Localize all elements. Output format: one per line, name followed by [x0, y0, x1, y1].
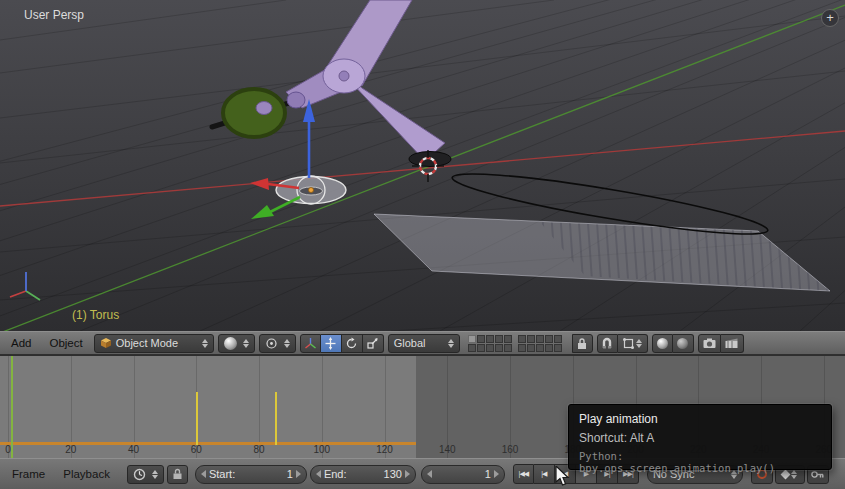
layer-cell[interactable]	[518, 344, 526, 352]
snap-group	[597, 334, 648, 353]
manipulator-tripod-icon	[304, 337, 317, 350]
opengl-render-group	[652, 334, 694, 353]
viewport-shading-dropdown[interactable]	[218, 334, 255, 353]
pin-scene-button[interactable]	[167, 465, 188, 484]
ruler-frame-number: 0	[5, 444, 11, 455]
opengl-render-anim-icon	[677, 338, 688, 349]
end-field-label: End:	[324, 468, 347, 480]
dropdown-arrows-icon	[448, 339, 454, 348]
menu-playback[interactable]: Playback	[54, 468, 119, 480]
mode-dropdown-label: Object Mode	[116, 337, 178, 349]
scale-icon	[366, 337, 379, 350]
manipulator-toggle-button[interactable]	[300, 334, 321, 353]
shading-sphere-icon	[224, 337, 237, 350]
ruler-frame-number: 160	[502, 444, 519, 455]
frame-range-bar	[0, 442, 416, 445]
layer-cell[interactable]	[536, 335, 544, 343]
object-origin-dot	[309, 188, 314, 193]
robot-arm-object[interactable]	[212, 0, 451, 167]
snap-element-dropdown[interactable]	[618, 334, 648, 353]
decrement-arrow-icon[interactable]	[201, 470, 206, 478]
end-frame-field[interactable]: End: 130	[310, 465, 416, 484]
layer-cell[interactable]	[536, 344, 544, 352]
lock-icon	[576, 337, 588, 350]
orientation-label: Global	[394, 337, 426, 349]
camera-icon	[703, 338, 716, 349]
current-frame-value: 1	[485, 468, 491, 480]
current-frame-playhead[interactable]	[11, 356, 13, 458]
snap-magnet-button[interactable]	[597, 334, 618, 353]
scale-manipulator-button[interactable]	[363, 334, 384, 353]
ruler-frame-number: 40	[128, 444, 139, 455]
start-frame-field[interactable]: Start: 1	[195, 465, 307, 484]
layer-group-2[interactable]	[518, 335, 562, 352]
magnet-icon	[601, 337, 613, 350]
frame-gridline	[447, 356, 448, 458]
end-field-value: 130	[384, 468, 402, 480]
layer-cell[interactable]	[486, 335, 494, 343]
wheel-hub	[256, 102, 272, 115]
layer-cell[interactable]	[554, 344, 562, 352]
view-name-label: User Persp	[24, 8, 84, 22]
pivot-point-dropdown[interactable]	[259, 334, 296, 353]
tooltip-shortcut: Shortcut: Alt A	[579, 431, 821, 445]
layer-cell[interactable]	[504, 335, 512, 343]
layer-cell[interactable]	[468, 344, 476, 352]
layer-cell[interactable]	[477, 335, 485, 343]
dropdown-arrows-icon	[284, 339, 290, 348]
layer-cell[interactable]	[527, 344, 535, 352]
keyframe-marker[interactable]	[196, 392, 198, 445]
play-button-tooltip: Play animation Shortcut: Alt A Python: b…	[568, 404, 832, 470]
scene-lock-button[interactable]	[572, 334, 593, 353]
menu-frame[interactable]: Frame	[3, 468, 54, 480]
translate-manipulator-button[interactable]	[321, 334, 342, 353]
layer-cell[interactable]	[468, 335, 476, 343]
opengl-render-icon	[657, 338, 668, 349]
ruler-frame-number: 80	[253, 444, 264, 455]
torus-object[interactable]	[276, 177, 346, 204]
jump-to-prev-keyframe-button[interactable]: |◀	[534, 464, 555, 484]
layer-cell[interactable]	[477, 344, 485, 352]
opengl-render-anim-button[interactable]	[673, 334, 694, 353]
increment-arrow-icon[interactable]	[494, 470, 499, 478]
layer-cell[interactable]	[495, 335, 503, 343]
layer-cell[interactable]	[527, 335, 535, 343]
layer-cell[interactable]	[495, 344, 503, 352]
layer-cell[interactable]	[518, 335, 526, 343]
render-still-button[interactable]	[698, 334, 721, 353]
layer-cell[interactable]	[486, 344, 494, 352]
transform-orientation-dropdown[interactable]: Global	[388, 334, 460, 353]
render-animation-button[interactable]	[721, 334, 744, 353]
keyframe-marker[interactable]	[275, 392, 277, 445]
tooltip-python: Python: bpy.ops.screen.animation_play()	[579, 450, 821, 474]
mode-dropdown[interactable]: Object Mode	[94, 334, 214, 353]
arm-left-joint	[287, 92, 305, 108]
increment-arrow-icon[interactable]	[405, 470, 410, 478]
jump-to-start-button[interactable]: |◀◀	[513, 464, 534, 484]
menu-object[interactable]: Object	[42, 332, 89, 354]
active-object-label: (1) Torus	[72, 308, 119, 322]
menu-add[interactable]: Add	[4, 332, 38, 354]
layer-cell[interactable]	[504, 344, 512, 352]
rotate-icon	[345, 337, 358, 350]
render-group	[698, 334, 744, 353]
manipulator-buttons	[300, 334, 384, 353]
scene-lock-group	[572, 334, 593, 353]
opengl-render-button[interactable]	[652, 334, 673, 353]
ruler-frame-number: 120	[376, 444, 393, 455]
add-view-region-button[interactable]: +	[821, 9, 839, 27]
layer-cell[interactable]	[545, 335, 553, 343]
clapperboard-icon	[725, 338, 738, 349]
timeline-clock-icon	[133, 468, 146, 481]
increment-arrow-icon[interactable]	[296, 470, 301, 478]
decrement-arrow-icon[interactable]	[427, 470, 432, 478]
rotate-manipulator-button[interactable]	[342, 334, 363, 353]
editor-type-dropdown[interactable]	[127, 465, 164, 484]
pin-lock-icon	[172, 468, 183, 480]
layer-cell[interactable]	[545, 344, 553, 352]
layer-cell[interactable]	[554, 335, 562, 343]
layer-group-1[interactable]	[468, 335, 512, 352]
current-frame-field[interactable]: 1	[421, 465, 505, 484]
decrement-arrow-icon[interactable]	[316, 470, 321, 478]
3d-viewport[interactable]: User Persp (1) Torus +	[0, 0, 845, 331]
